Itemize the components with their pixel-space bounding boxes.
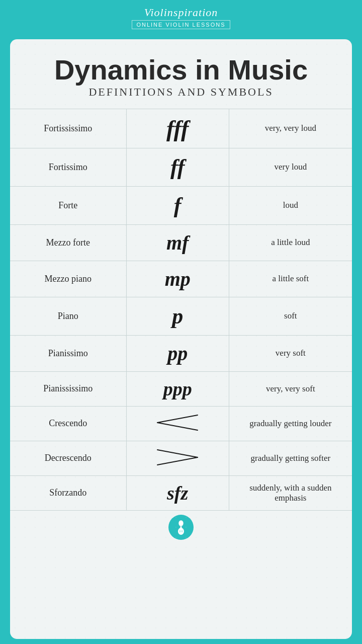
table-row: Pianopsoft xyxy=(10,297,352,335)
bottom-badge xyxy=(168,515,194,540)
table-row: Mezzo pianompa little soft xyxy=(10,261,352,297)
svg-rect-7 xyxy=(180,520,182,522)
term-definition: gradually getting louder xyxy=(229,406,352,441)
term-definition: very loud xyxy=(229,148,352,186)
term-definition: suddenly, with a sudden emphasis xyxy=(229,475,352,510)
term-name: Pianississimo xyxy=(10,371,126,406)
table-row: Fortefloud xyxy=(10,186,352,224)
table-row: Fortississimofffvery, very loud xyxy=(10,109,352,148)
term-definition: gradually getting softer xyxy=(229,441,352,475)
term-symbol: ppp xyxy=(126,371,229,406)
brand-name: Violinspiration xyxy=(144,6,218,19)
card-subtitle: Definitions and Symbols xyxy=(10,86,352,99)
table-row: Fortissimoffvery loud xyxy=(10,148,352,186)
term-name: Crescendo xyxy=(10,406,126,441)
term-definition: very, very soft xyxy=(229,371,352,406)
violin-icon xyxy=(175,519,187,535)
term-symbol: f xyxy=(126,186,229,224)
term-symbol: pp xyxy=(126,335,229,371)
term-name: Fortissimo xyxy=(10,148,126,186)
term-symbol xyxy=(126,406,229,441)
table-row: Pianississimopppvery, very soft xyxy=(10,371,352,406)
svg-line-0 xyxy=(157,415,198,423)
table-row: Sforzandosfzsuddenly, with a sudden emph… xyxy=(10,475,352,510)
term-symbol: mf xyxy=(126,224,229,261)
svg-point-6 xyxy=(178,528,184,535)
svg-line-1 xyxy=(157,423,198,430)
term-definition: soft xyxy=(229,297,352,335)
term-definition: very soft xyxy=(229,335,352,371)
page-title: Dynamics in Music xyxy=(10,54,352,86)
term-definition: very, very loud xyxy=(229,109,352,148)
term-name: Pianissimo xyxy=(10,335,126,371)
term-name: Sforzando xyxy=(10,475,126,510)
svg-line-2 xyxy=(157,450,198,457)
term-name: Mezzo forte xyxy=(10,224,126,261)
term-definition: a little loud xyxy=(229,224,352,261)
table-row: Decrescendo gradually getting softer xyxy=(10,441,352,475)
term-name: Fortississimo xyxy=(10,109,126,148)
term-symbol: ff xyxy=(126,148,229,186)
term-symbol: sfz xyxy=(126,475,229,510)
dynamics-table: Fortississimofffvery, very loudFortissim… xyxy=(10,109,352,511)
term-definition: loud xyxy=(229,186,352,224)
brand-subtitle: Online Violin Lessons xyxy=(132,20,230,29)
top-bar: Violinspiration Online Violin Lessons xyxy=(0,0,362,34)
term-name: Piano xyxy=(10,297,126,335)
term-name: Mezzo piano xyxy=(10,261,126,297)
svg-line-3 xyxy=(157,457,198,465)
term-name: Forte xyxy=(10,186,126,224)
term-symbol: p xyxy=(126,297,229,335)
table-row: Crescendo gradually getting louder xyxy=(10,406,352,441)
term-name: Decrescendo xyxy=(10,441,126,475)
term-definition: a little soft xyxy=(229,261,352,297)
main-card: Dynamics in Music Definitions and Symbol… xyxy=(10,39,352,639)
term-symbol xyxy=(126,441,229,475)
table-row: Mezzo fortemfa little loud xyxy=(10,224,352,261)
term-symbol: fff xyxy=(126,109,229,148)
term-symbol: mp xyxy=(126,261,229,297)
table-row: Pianissimoppvery soft xyxy=(10,335,352,371)
